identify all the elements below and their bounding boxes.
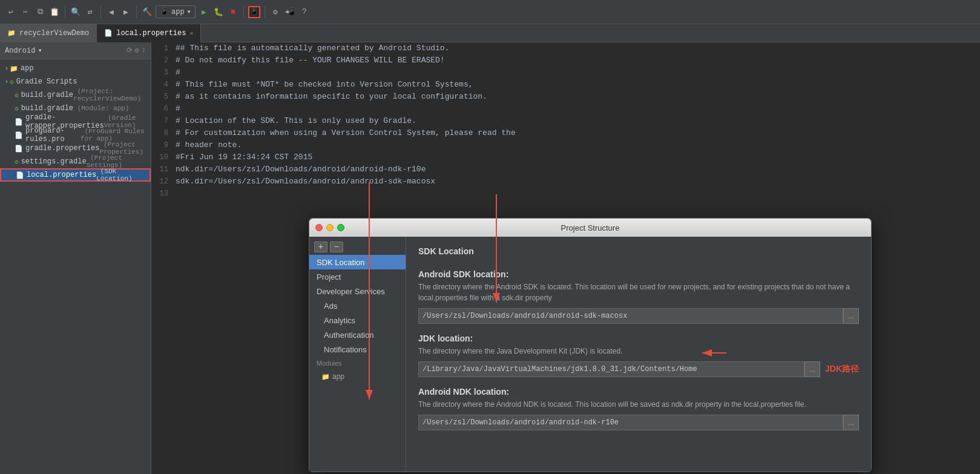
sidebar-item-app[interactable]: ▾ 📁 app xyxy=(0,62,151,75)
dialog-nav-authentication[interactable]: Authentication xyxy=(309,328,406,342)
run-icon[interactable]: ▶ xyxy=(198,6,210,18)
sidebar-item-dim: (Project Properties) xyxy=(99,141,151,156)
project-tab-label: recyclerViewDemo xyxy=(19,29,89,38)
module-icon: 📁 xyxy=(321,373,330,381)
sidebar-item-settings-gradle[interactable]: ⚙ settings.gradle (Project Settings) xyxy=(0,155,151,168)
avd-manager-icon[interactable]: 📲 xyxy=(284,6,296,18)
sidebar-item-label: gradle.properties xyxy=(25,144,99,153)
avd-icon[interactable]: 📱 xyxy=(248,6,260,18)
nav-back-icon[interactable]: ◀ xyxy=(105,6,117,18)
sdk-manager-icon[interactable]: ⚙ xyxy=(269,6,281,18)
dialog-modules-header: Modules xyxy=(309,357,406,370)
sidebar-item-local-properties[interactable]: 📄 local.properties (SDK Location) xyxy=(0,168,151,182)
jdk-browse-button[interactable]: ... xyxy=(804,361,820,377)
jdk-title: JDK location: xyxy=(418,334,859,343)
dialog-nav-notifications[interactable]: Notifications xyxy=(309,342,406,357)
android-sdk-browse-button[interactable]: ... xyxy=(843,308,859,324)
traffic-lights xyxy=(315,224,344,231)
cut-icon[interactable]: ✂ xyxy=(19,6,31,18)
stop-icon[interactable]: ■ xyxy=(227,6,239,18)
maximize-button[interactable] xyxy=(337,224,344,231)
android-sdk-path-row: ... xyxy=(418,308,859,324)
ndk-title: Android NDK location: xyxy=(418,387,859,397)
sidebar-item-label: proguard-rules.pro xyxy=(25,127,81,143)
add-module-button[interactable]: + xyxy=(314,242,327,252)
sidebar-item-label: build.gradle xyxy=(21,104,73,113)
undo-icon[interactable]: ↩ xyxy=(5,6,17,18)
dialog-module-app[interactable]: 📁 app xyxy=(309,370,406,383)
gradle-settings-icon: ⚙ xyxy=(15,158,19,166)
build-icon[interactable]: 🔨 xyxy=(141,6,153,18)
find-icon[interactable]: 🔍 xyxy=(70,6,82,18)
sidebar-item-proguard[interactable]: 📄 proguard-rules.pro (ProGuard Rules for… xyxy=(0,128,151,142)
sidebar-item-dim: (SDK Location) xyxy=(96,168,150,182)
sidebar-item-label: app xyxy=(21,64,34,73)
line-row: 9 # header note. xyxy=(151,139,980,151)
settings-icon[interactable]: ⚙ xyxy=(135,46,139,55)
jdk-note: JDK路径 xyxy=(825,364,859,375)
project-tab[interactable]: 📁 recyclerViewDemo xyxy=(0,24,97,42)
sidebar-item-build-gradle-project[interactable]: ⚙ build.gradle (Project: recyclerViewDem… xyxy=(0,88,151,102)
android-sdk-path-input[interactable] xyxy=(418,308,843,324)
line-row: 7 # Location of the SDK. This is only us… xyxy=(151,115,980,127)
android-view-label: Android xyxy=(5,47,35,55)
proguard-icon: 📄 xyxy=(15,131,23,139)
dialog-toolbar: + − xyxy=(309,239,406,255)
sidebar: Android ▾ ⟳ ⚙ ↕ ▾ 📁 app ▾ ⚙ Gradle Scrip… xyxy=(0,42,151,474)
folder-icon: 📁 xyxy=(10,65,18,73)
dialog-nav-sdk-location[interactable]: SDK Location xyxy=(309,255,406,269)
arrow-icon: ▾ xyxy=(5,78,8,85)
project-structure-dialog: Project Structure + − SDK Location Proje… xyxy=(309,218,872,472)
line-row: 1 ## This file is automatically generate… xyxy=(151,42,980,54)
jdk-path-row: ... JDK路径 xyxy=(418,361,859,377)
sidebar-item-gradle-properties[interactable]: 📄 gradle.properties (Project Properties) xyxy=(0,142,151,155)
dialog-right-panel: SDK Location Android SDK location: The d… xyxy=(406,237,871,472)
properties-icon: 📄 xyxy=(15,118,23,126)
remove-module-button[interactable]: − xyxy=(330,242,343,252)
dialog-nav-ads[interactable]: Ads xyxy=(309,298,406,313)
sidebar-item-label: Gradle Scripts xyxy=(16,77,77,86)
file-tab-label: local.properties xyxy=(116,29,186,38)
line-row: 5 # as it contains information specific … xyxy=(151,91,980,103)
line-row: 4 # This file must *NOT* be checked into… xyxy=(151,79,980,91)
dialog-nav-analytics[interactable]: Analytics xyxy=(309,313,406,328)
close-button[interactable] xyxy=(315,224,323,231)
project-tab-icon: 📁 xyxy=(7,29,16,37)
replace-icon[interactable]: ⇄ xyxy=(84,6,96,18)
app-dropdown[interactable]: 📱 app ▾ xyxy=(156,5,196,18)
sidebar-item-gradle-scripts[interactable]: ▾ ⚙ Gradle Scripts xyxy=(0,75,151,88)
minimize-button[interactable] xyxy=(326,224,334,231)
sidebar-item-dim: (Project: recyclerViewDemo) xyxy=(73,88,151,102)
collapse-icon[interactable]: ↕ xyxy=(142,46,146,55)
copy-icon[interactable]: ⧉ xyxy=(34,6,46,18)
tabbar: 📁 recyclerViewDemo 📄 local.properties ✕ xyxy=(0,24,980,42)
help-icon[interactable]: ? xyxy=(298,6,311,18)
android-view-dropdown[interactable]: Android ▾ xyxy=(5,46,42,55)
gradle-file-icon: ⚙ xyxy=(15,91,19,99)
dialog-nav-project[interactable]: Project xyxy=(309,269,406,284)
line-row: 11 ndk.dir=/Users/zsl/Downloads/android/… xyxy=(151,163,980,176)
file-tab-icon: 📄 xyxy=(104,29,113,37)
line-row: 10 #Fri Jun 19 12:34:24 CST 2015 xyxy=(151,151,980,163)
android-sdk-title: Android SDK location: xyxy=(418,269,859,279)
dialog-left-panel: + − SDK Location Project Developer Servi… xyxy=(309,237,406,472)
ndk-browse-button[interactable]: ... xyxy=(843,415,859,430)
gradle-icon: ⚙ xyxy=(10,78,14,86)
ndk-path-input[interactable] xyxy=(418,415,843,430)
tab-close-btn[interactable]: ✕ xyxy=(189,30,193,37)
sdk-location-section-title: SDK Location xyxy=(418,246,859,256)
dialog-nav-developer-services[interactable]: Developer Services xyxy=(309,284,406,298)
file-tab[interactable]: 📄 local.properties ✕ xyxy=(97,24,201,42)
gradle-file-icon: ⚙ xyxy=(15,105,19,113)
jdk-path-input[interactable] xyxy=(418,361,804,377)
sync-icon[interactable]: ⟳ xyxy=(127,46,133,55)
sidebar-item-dim: (Gradle Version) xyxy=(104,114,151,129)
line-row: 13 xyxy=(151,188,980,200)
dialog-title: Project Structure xyxy=(561,223,620,232)
paste-icon[interactable]: 📋 xyxy=(48,6,61,18)
android-sdk-desc: The directory where the Android SDK is l… xyxy=(418,281,859,303)
nav-forward-icon[interactable]: ▶ xyxy=(120,6,132,18)
debug-icon[interactable]: 🐛 xyxy=(212,6,225,18)
sidebar-action-icons: ⟳ ⚙ ↕ xyxy=(127,46,146,55)
sidebar-item-dim: (ProGuard Rules for app) xyxy=(81,128,151,142)
